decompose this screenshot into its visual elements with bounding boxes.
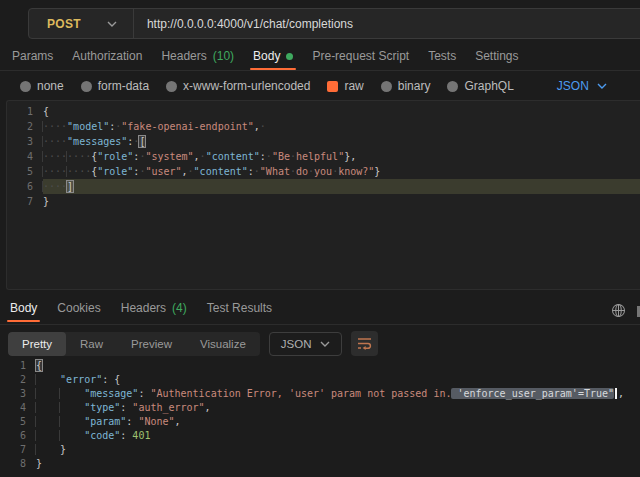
code-line: 8} xyxy=(0,457,640,471)
radio-selected-icon xyxy=(327,81,338,92)
request-url-bar: POST http://0.0.0.0:4000/v1/chat/complet… xyxy=(28,8,640,39)
chevron-down-icon xyxy=(597,83,607,89)
radio-icon xyxy=(381,81,392,92)
code-line: 6····] xyxy=(7,179,640,194)
code-text: "error": { xyxy=(36,373,640,387)
code-text: } xyxy=(43,194,640,209)
method-label: POST xyxy=(47,17,81,31)
view-raw[interactable]: Raw xyxy=(66,332,117,356)
body-type-row: none form-data x-www-form-urlencoded raw… xyxy=(20,72,607,100)
view-visualize[interactable]: Visualize xyxy=(186,332,260,356)
code-line: 5 "param": "None", xyxy=(0,415,640,429)
code-text: ····"messages":·[ xyxy=(43,134,640,149)
radio-icon xyxy=(81,81,92,92)
code-line: 4 "type": "auth_error", xyxy=(0,401,640,415)
wrap-text-button[interactable] xyxy=(351,331,378,356)
line-number: 7 xyxy=(7,194,43,209)
line-number: 5 xyxy=(0,415,36,429)
line-number: 6 xyxy=(0,429,36,443)
line-number: 8 xyxy=(0,457,36,471)
url-input[interactable]: http://0.0.0.0:4000/v1/chat/completions xyxy=(134,17,353,31)
tab-test-results[interactable]: Test Results xyxy=(207,301,272,315)
view-switcher: Pretty Raw Preview Visualize xyxy=(8,332,260,356)
radio-icon xyxy=(166,81,177,92)
tab-response-headers[interactable]: Headers(4) xyxy=(121,301,187,315)
line-number: 5 xyxy=(7,164,43,179)
tab-authorization[interactable]: Authorization xyxy=(72,49,142,63)
code-line: 7 } xyxy=(0,443,640,457)
code-line: 4········{"role":·"system",·"content":·"… xyxy=(7,149,640,164)
text-cursor xyxy=(615,388,617,399)
view-pretty[interactable]: Pretty xyxy=(8,332,66,356)
code-text: } xyxy=(36,443,640,457)
line-number: 1 xyxy=(7,104,43,119)
tab-response-body[interactable]: Body xyxy=(10,301,37,315)
code-line: 1{ xyxy=(7,104,640,119)
line-number: 1 xyxy=(0,359,36,373)
code-line: 3 "message": "Authentication Error, 'use… xyxy=(0,387,640,401)
line-number: 3 xyxy=(0,387,36,401)
code-line: 5········{"role":·"user",·"content":·"Wh… xyxy=(7,164,640,179)
tab-settings[interactable]: Settings xyxy=(475,49,518,63)
radio-raw[interactable]: raw xyxy=(327,79,363,93)
line-number: 3 xyxy=(7,134,43,149)
code-line: 6 "code": 401 xyxy=(0,429,640,443)
response-tabs: Body Cookies Headers(4) Test Results xyxy=(10,298,272,318)
response-toolbar: Pretty Raw Preview Visualize JSON xyxy=(8,331,378,356)
code-text: ········{"role":·"user",·"content":·"Wha… xyxy=(43,164,640,179)
code-line: 2 "error": { xyxy=(0,373,640,387)
tab-tests[interactable]: Tests xyxy=(428,49,456,63)
code-line: 7} xyxy=(7,194,640,209)
wrap-text-icon xyxy=(357,337,372,350)
tab-headers[interactable]: Headers(10) xyxy=(161,49,234,63)
code-text: "type": "auth_error", xyxy=(36,401,640,415)
code-text: "param": "None", xyxy=(36,415,640,429)
request-tabs: Params Authorization Headers(10) Body Pr… xyxy=(12,46,519,66)
line-number: 6 xyxy=(7,179,43,194)
code-text: ········{"role":·"system",·"content":·"B… xyxy=(43,149,640,164)
code-text: } xyxy=(36,457,640,471)
code-line: 2····"model":·"fake-openai-endpoint",· xyxy=(7,119,640,134)
view-preview[interactable]: Preview xyxy=(117,332,186,356)
code-text: ····] xyxy=(43,179,640,194)
line-number: 4 xyxy=(0,401,36,415)
line-number: 4 xyxy=(7,149,43,164)
tabs-divider xyxy=(0,70,640,71)
request-body-editor[interactable]: 1{2····"model":·"fake-openai-endpoint",·… xyxy=(6,100,640,290)
code-text: "code": 401 xyxy=(36,429,640,443)
tab-body[interactable]: Body xyxy=(253,49,293,63)
tab-params[interactable]: Params xyxy=(12,49,53,63)
radio-icon xyxy=(447,81,458,92)
raw-format-selector[interactable]: JSON xyxy=(557,79,607,93)
radio-graphql[interactable]: GraphQL xyxy=(447,79,513,93)
radio-form-data[interactable]: form-data xyxy=(81,79,149,93)
code-text: { xyxy=(43,104,640,119)
tab-cookies[interactable]: Cookies xyxy=(57,301,100,315)
chevron-down-icon xyxy=(320,341,330,347)
headers-count: (10) xyxy=(213,49,234,63)
globe-icon[interactable] xyxy=(611,303,626,318)
radio-binary[interactable]: binary xyxy=(381,79,431,93)
line-number: 2 xyxy=(7,119,43,134)
response-tabs-divider xyxy=(0,324,640,325)
code-text: ····"model":·"fake-openai-endpoint",· xyxy=(43,119,640,134)
response-format-selector[interactable]: JSON xyxy=(269,332,343,356)
line-number: 2 xyxy=(0,373,36,387)
chevron-down-icon xyxy=(107,21,117,27)
response-headers-count: (4) xyxy=(172,301,187,315)
response-body-editor[interactable]: 1{2 "error": {3 "message": "Authenticati… xyxy=(0,359,640,477)
code-line: 1{ xyxy=(0,359,640,373)
code-text: "message": "Authentication Error, 'user'… xyxy=(36,387,640,401)
radio-none[interactable]: none xyxy=(20,79,64,93)
method-selector[interactable]: POST xyxy=(29,17,133,31)
radio-x-www-form-urlencoded[interactable]: x-www-form-urlencoded xyxy=(166,79,310,93)
tab-pre-request-script[interactable]: Pre-request Script xyxy=(312,49,409,63)
radio-icon xyxy=(20,81,31,92)
code-line: 3····"messages":·[ xyxy=(7,134,640,149)
code-text: { xyxy=(36,359,640,373)
line-number: 7 xyxy=(0,443,36,457)
body-modified-dot xyxy=(286,53,293,60)
